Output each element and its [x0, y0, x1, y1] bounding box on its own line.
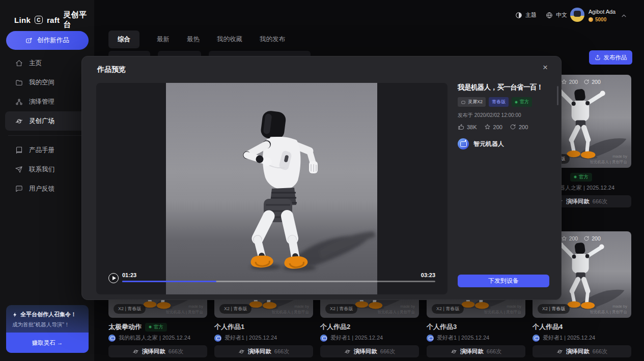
card-author: 我的机器人之家 | 2025.12.24 — [119, 334, 190, 342]
remix-count: 666次 — [593, 348, 607, 355]
author-avatar — [108, 335, 116, 342]
share-icon — [583, 235, 590, 242]
sidebar-item-contact[interactable]: 联系我们 — [5, 160, 90, 179]
sidebar-item-label: 灵创广场 — [29, 117, 54, 126]
work-title: 我是机器人，买一台省一百！ — [458, 83, 549, 92]
user-coins: 5000 — [589, 17, 606, 22]
coin-count: 5000 — [595, 17, 606, 22]
publish-work-label: 发布作品 — [604, 54, 627, 62]
official-badge: 官方 — [570, 173, 592, 182]
remix-button[interactable]: 演绎同款 666次 — [320, 345, 419, 357]
sidebar-item-manual[interactable]: 产品手册 — [5, 140, 90, 160]
official-tag: 官方 — [512, 97, 532, 107]
sidebar: LinkCraft 灵创平台 创作新作品 主页 我的空间 演绎管理 灵创广场 产… — [0, 0, 94, 361]
remix-button[interactable]: 演绎同款 666次 — [427, 345, 525, 357]
sidebar-item-plaza[interactable]: 灵创广场 — [5, 111, 90, 131]
details-scrollbar[interactable] — [557, 86, 558, 105]
theme-label: 主题 — [525, 11, 537, 19]
create-work-button[interactable]: 创作新作品 — [6, 31, 89, 50]
model-tag: 灵犀X2 — [458, 97, 486, 107]
sidebar-item-my-space[interactable]: 我的空间 — [5, 73, 90, 92]
user-avatar[interactable] — [570, 8, 584, 22]
coin-icon — [589, 17, 593, 22]
progress-bar[interactable] — [122, 281, 435, 282]
card-stars: 200 — [561, 79, 578, 85]
remix-button[interactable]: 演绎同款 666次 — [533, 345, 631, 357]
author-avatar — [458, 138, 469, 149]
work-likes: 38K — [458, 124, 477, 130]
like-icon — [458, 124, 464, 130]
card-shares: 200 — [583, 235, 601, 242]
logo-text-prefix: Link — [14, 16, 31, 24]
deploy-to-device-button[interactable]: 下发到设备 — [458, 275, 549, 287]
remix-label: 演绎同款 — [248, 348, 271, 355]
card-author: 爱好者1 | 2025.12.24 — [543, 334, 595, 342]
card-shares: 200 — [583, 79, 601, 85]
play-icon[interactable] — [108, 273, 119, 283]
book-icon — [15, 146, 23, 154]
remix-label: 演绎同款 — [354, 348, 377, 355]
create-work-icon — [25, 37, 33, 44]
remix-button[interactable]: 演绎同款 666次 — [108, 345, 207, 357]
platform-name: 灵创平台 — [63, 10, 94, 29]
watermark: made by智元机器人 | 灵创平台 — [271, 304, 309, 315]
share-icon — [583, 79, 590, 85]
official-dot-icon — [574, 175, 577, 178]
star-icon — [561, 79, 567, 85]
sidebar-item-performance[interactable]: 演绎管理 — [5, 92, 90, 111]
close-icon[interactable]: × — [543, 63, 548, 73]
promo-title: 全平台创作人召集令！ — [20, 311, 76, 318]
remix-count: 666次 — [487, 348, 501, 355]
language-label: 中文 — [556, 11, 567, 19]
tab-hottest[interactable]: 最热 — [187, 35, 200, 44]
sidebar-item-home[interactable]: 主页 — [5, 53, 90, 73]
card-title-row: 个人作品1 — [214, 323, 313, 331]
author-avatar — [214, 335, 221, 342]
planet-icon — [15, 117, 23, 125]
video-frame[interactable] — [166, 83, 377, 294]
card-title: 太极拳动作 — [108, 322, 142, 332]
remix-button[interactable]: 演绎同款 666次 — [214, 345, 313, 357]
card-author-row: 我的机器人之家 | 2025.12.24 — [108, 334, 207, 342]
card-author: 爱好者1 | 2025.12.24 — [225, 334, 277, 342]
total-time: 03:23 — [421, 272, 435, 278]
theme-toggle[interactable]: 主题 — [515, 11, 537, 19]
video-player: 01:23 03:23 — [96, 83, 447, 294]
remix-icon — [556, 348, 563, 355]
app-logo: LinkCraft 灵创平台 — [14, 10, 94, 29]
remix-icon — [132, 348, 139, 355]
tab-my-posts[interactable]: 我的发布 — [260, 35, 285, 44]
share-icon — [510, 124, 516, 130]
earn-gems-button[interactable]: 赚取灵石 → — [6, 333, 89, 353]
author-avatar — [533, 335, 540, 342]
card-author: 爱好者1 | 2025.12.24 — [437, 334, 489, 342]
official-badge: 官方 — [145, 323, 167, 332]
sidebar-item-feedback[interactable]: 用户反馈 — [5, 179, 90, 198]
remix-count: 666次 — [169, 348, 183, 355]
tab-all[interactable]: 综合 — [108, 31, 139, 48]
sidebar-item-label: 演绎管理 — [29, 98, 54, 106]
remix-label: 演绎同款 — [142, 348, 165, 355]
publish-date: 发布于 2020/02/02 12:00:00 — [458, 112, 549, 119]
sidebar-nav: 主页 我的空间 演绎管理 灵创广场 产品手册 联系我们 用户反馈 — [5, 53, 90, 198]
sidebar-item-label: 主页 — [29, 59, 42, 68]
model-edition-tag: X2 | 青春版 — [432, 304, 464, 314]
sidebar-divider — [8, 135, 87, 136]
publish-work-button[interactable]: 发布作品 — [589, 50, 632, 65]
home-icon — [15, 59, 23, 67]
create-work-label: 创作新作品 — [37, 36, 69, 45]
card-title-row: 个人作品2 — [320, 323, 419, 331]
watermark: made by智元机器人 | 灵创平台 — [165, 304, 203, 315]
tab-favorites[interactable]: 我的收藏 — [217, 35, 242, 44]
tab-newest[interactable]: 最新 — [157, 35, 170, 44]
account-menu-toggle[interactable] — [621, 12, 627, 21]
globe-icon — [546, 12, 553, 19]
language-switch[interactable]: 中文 — [546, 11, 567, 19]
work-tags: 灵犀X2 青春版 官方 — [458, 97, 549, 107]
user-name: Agibot Ada — [589, 9, 615, 15]
author-name: 智元机器人 — [473, 140, 504, 148]
watermark: made by智元机器人 | 灵创平台 — [590, 154, 627, 165]
work-author-row[interactable]: 智元机器人 — [458, 138, 549, 149]
card-title: 个人作品3 — [427, 322, 457, 332]
sidebar-item-label: 产品手册 — [29, 146, 54, 155]
